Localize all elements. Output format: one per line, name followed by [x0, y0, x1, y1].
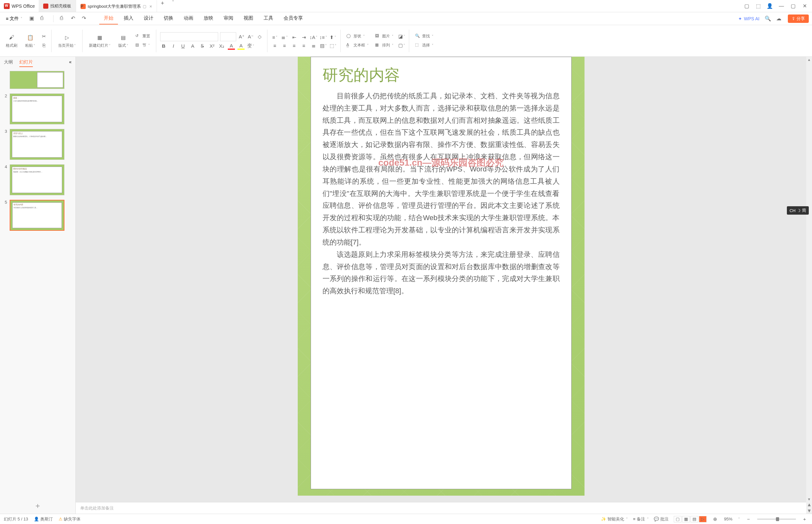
fill-color-icon[interactable]: ◪˅ — [398, 33, 405, 40]
bullets-icon[interactable]: ≡˅ — [271, 34, 278, 41]
menu-tab-vip[interactable]: 会员专享 — [279, 13, 308, 24]
slideshow-view-icon[interactable]: ▷ — [699, 516, 707, 522]
cloud-icon[interactable]: ☁ — [776, 15, 783, 22]
slides-tab[interactable]: 幻灯片 — [19, 59, 33, 67]
font-color-icon[interactable]: A — [228, 43, 235, 50]
avatar-icon[interactable]: 👤 — [767, 3, 773, 9]
strikethrough-icon[interactable]: S̶ — [199, 43, 206, 50]
slide-thumb-1[interactable] — [10, 71, 64, 89]
bold-icon[interactable]: B — [160, 43, 167, 50]
highlight-icon[interactable]: A — [237, 43, 245, 50]
prev-slide-icon[interactable]: ⯅ — [806, 502, 812, 508]
share-button[interactable]: ⇪ 分享 — [788, 15, 809, 23]
window-cube-icon[interactable]: ⬚ — [755, 3, 761, 9]
copy-icon[interactable]: ⎘ — [40, 42, 47, 49]
align-justify-icon[interactable]: ≡ — [300, 42, 308, 49]
notes-input[interactable]: 单击此处添加备注 — [76, 502, 806, 514]
shadow-icon[interactable]: A — [189, 43, 196, 50]
menu-tab-review[interactable]: 审阅 — [219, 13, 238, 24]
slide-thumb-5[interactable]: 研究的内容目前很多人仍把传统的纸质工具... — [10, 200, 64, 231]
align-left-icon[interactable]: ≡ — [271, 42, 278, 49]
slide-thumb-2[interactable]: 摘要：大学生兼职管理系统是用B/S结构... — [10, 94, 64, 125]
superscript-icon[interactable]: X² — [209, 43, 216, 50]
align-center-icon[interactable]: ≡ — [281, 42, 288, 49]
indent-left-icon[interactable]: ⇤ — [291, 34, 298, 41]
sorter-view-icon[interactable]: ▦ — [682, 516, 690, 522]
font-size-select[interactable] — [220, 32, 236, 41]
scrollbar-track[interactable] — [806, 63, 812, 496]
reset-button[interactable]: ↺ 重置 — [133, 33, 152, 40]
undo-icon[interactable]: ↶ — [71, 15, 77, 21]
underline-icon[interactable]: U — [180, 43, 186, 50]
scroll-down-icon[interactable]: ▼ — [806, 496, 812, 502]
notes-toggle[interactable]: ≡ 备注˅ — [633, 516, 649, 522]
decrease-font-icon[interactable]: A⁻ — [247, 33, 254, 40]
file-menu[interactable]: ≡ 文件 ˅ — [3, 15, 25, 23]
paste-button[interactable]: 📋 粘贴˅ — [22, 32, 38, 50]
normal-view-icon[interactable]: ▢ — [674, 516, 681, 522]
subscript-icon[interactable]: X₂ — [218, 43, 225, 50]
outline-tab[interactable]: 大纲 — [4, 59, 13, 67]
next-slide-icon[interactable]: ⯆ — [806, 508, 812, 514]
distribute-icon[interactable]: ≣ — [310, 42, 317, 49]
align-right-icon[interactable]: ≡ — [291, 42, 298, 49]
section-button[interactable]: ▤ 节˅ — [133, 42, 152, 49]
tab-template[interactable]: 找稻壳模板 — [39, 0, 76, 12]
menu-tab-insert[interactable]: 插入 — [119, 13, 138, 24]
textbox-button[interactable]: A̲ 文本框˅ — [345, 42, 370, 49]
app-logo[interactable]: WPS Office — [0, 3, 39, 9]
export-icon[interactable]: ⎙ — [60, 15, 66, 21]
slide-body[interactable]: 目前很多人仍把传统的纸质工具，如记录本、文档、文件夹等视为信息处理的主要工具，对… — [322, 90, 560, 297]
slide-title[interactable]: 研究的内容 — [322, 65, 560, 85]
picture-button[interactable]: 🖼 图片˅ — [373, 33, 395, 40]
format-brush-button[interactable]: 🖌 格式刷 — [3, 32, 20, 50]
outline-color-icon[interactable]: ▢˅ — [398, 42, 405, 49]
scroll-up-icon[interactable]: ▲ — [806, 57, 812, 63]
slide-canvas[interactable]: 研究的内容 目前很多人仍把传统的纸质工具，如记录本、文档、文件夹等视为信息处理的… — [298, 57, 584, 496]
collapse-panel-icon[interactable]: « — [69, 59, 71, 67]
text-direction-icon[interactable]: ↕A˅ — [310, 34, 317, 41]
ime-badge[interactable]: CH ☽ 简 — [787, 206, 809, 215]
smart-beauty-button[interactable]: ✨ 智能美化˅ — [601, 516, 628, 522]
window-rect-icon[interactable]: ▢ — [744, 3, 749, 9]
search-icon[interactable]: 🔍 — [765, 15, 771, 22]
menu-tab-view[interactable]: 视图 — [239, 13, 258, 24]
menu-tab-slideshow[interactable]: 放映 — [199, 13, 218, 24]
missing-font-warning[interactable]: ⚠ 缺失字体 — [59, 516, 81, 522]
menu-tab-transition[interactable]: 切换 — [159, 13, 178, 24]
from-current-button[interactable]: ▷ 当页开始˅ — [55, 32, 78, 50]
slide-thumb-3[interactable]: 背景与意义随着社会的发展变化，计算机技术的飞速发展... — [10, 129, 64, 160]
new-slide-button[interactable]: ▦ 新建幻灯片˅ — [86, 32, 113, 50]
zoom-level[interactable]: 95% — [724, 517, 732, 521]
add-slide-button[interactable]: + — [0, 498, 76, 514]
reading-view-icon[interactable]: ▤ — [691, 516, 698, 522]
zoom-in-icon[interactable]: + — [801, 515, 808, 523]
indent-right-icon[interactable]: ⇥ — [300, 34, 308, 41]
line-spacing-icon[interactable]: ↕≡˅ — [320, 34, 327, 41]
arrange-button[interactable]: ▦ 排列˅ — [373, 42, 395, 49]
minimize-icon[interactable]: — — [778, 3, 784, 9]
cut-icon[interactable]: ✂ — [40, 33, 47, 40]
shape-button[interactable]: ◯ 形状˅ — [345, 33, 370, 40]
print-icon[interactable]: ⎙ — [40, 15, 47, 21]
clear-format-icon[interactable]: ◇ — [256, 33, 263, 40]
zoom-out-icon[interactable]: − — [745, 515, 752, 523]
maximize-icon[interactable]: ▢ — [790, 3, 796, 9]
wps-ai-button[interactable]: ✦ WPS AI — [738, 16, 760, 21]
review-toggle[interactable]: 💬 批注 — [654, 516, 668, 522]
font-family-select[interactable] — [160, 32, 218, 41]
add-tab-button[interactable]: + — [157, 0, 168, 12]
close-window-icon[interactable]: ✕ — [802, 3, 808, 9]
zoom-slider[interactable] — [757, 519, 796, 520]
layout-button[interactable]: ▤ 版式˅ — [116, 32, 131, 50]
slide-thumb-4[interactable]: 国内外研究概况我国第一次正式接触计算机是在1946年... — [10, 164, 64, 195]
menu-tab-start[interactable]: 开始 — [99, 13, 118, 24]
menu-tab-design[interactable]: 设计 — [139, 13, 158, 24]
select-button[interactable]: ⬚ 选择˅ — [413, 42, 435, 49]
save-icon[interactable]: ▣ — [29, 15, 36, 21]
find-button[interactable]: 🔍 查找˅ — [413, 33, 435, 40]
menu-tab-tools[interactable]: 工具 — [259, 13, 278, 24]
menu-tab-animation[interactable]: 动画 — [179, 13, 198, 24]
increase-font-icon[interactable]: A⁺ — [238, 33, 245, 40]
text-effects-icon[interactable]: ⬚˅ — [329, 42, 336, 49]
